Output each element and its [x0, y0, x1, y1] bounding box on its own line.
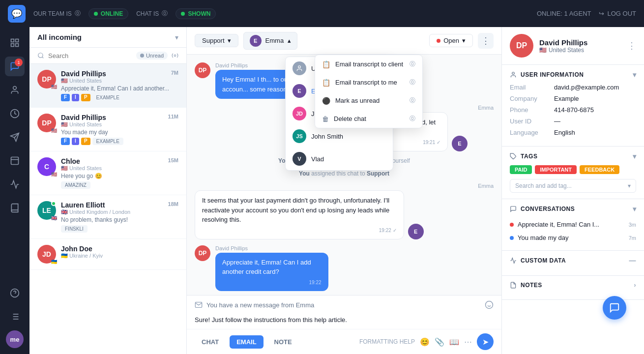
tag-f: F [61, 94, 70, 101]
nav-settings-icon[interactable] [5, 307, 25, 326]
conv-avatar: LE 🇬🇧 [37, 201, 56, 220]
status-selector[interactable]: Open ▾ [429, 34, 473, 47]
more-tools-button[interactable]: ⋯ [464, 337, 472, 347]
sidebar-nav: 1 me [0, 27, 29, 354]
emoji-toolbar-button[interactable]: 😊 [420, 337, 430, 347]
conv-avatar: JD🇺🇦 [37, 245, 56, 264]
tag-paid[interactable]: PAID [510, 165, 532, 174]
unread-filter[interactable]: Unread [136, 52, 168, 59]
rp-tags-section: TAGS ▾ PAID IMPORTANT FEEDBACK Search an… [502, 147, 644, 199]
rp-company-row: Company Example [510, 95, 636, 102]
nav-book-icon[interactable] [5, 198, 25, 218]
rp-notes-title[interactable]: NOTES › [510, 282, 636, 289]
ctx-help-icon: ⓪ [410, 78, 415, 87]
dept-selector[interactable]: Support ▾ [195, 34, 238, 47]
tags-icon [510, 153, 517, 160]
trash-icon: 🗑 [322, 115, 329, 123]
context-menu[interactable]: 📋 Email transcript to client ⓪ 📋 Email t… [315, 55, 423, 128]
formatting-help-button[interactable]: FORMATTING HELP [359, 338, 415, 345]
message-time: 19:22 [222, 279, 322, 286]
rp-conversations-section: CONVERSATIONS ▾ Appreciate it, Emma! Can… [502, 199, 644, 251]
ctx-mark-unread[interactable]: ⚫ Mark as unread ⓪ [315, 91, 422, 110]
ctx-email-transcript-client[interactable]: 📋 Email transcript to client ⓪ [315, 55, 422, 73]
send-button[interactable]: ➤ [477, 333, 494, 350]
agent-option-vlad[interactable]: V Vlad [286, 148, 393, 170]
filter-chevron-icon[interactable]: ▾ [175, 33, 178, 41]
note-tab-button[interactable]: NOTE [267, 335, 299, 349]
emoji-icon[interactable] [485, 300, 494, 309]
nav-help-icon[interactable] [5, 283, 25, 303]
search-input[interactable] [48, 52, 132, 59]
tag-search-chevron-icon: ▾ [628, 182, 631, 189]
email-icon: 📋 [322, 79, 330, 87]
message-input[interactable] [206, 301, 481, 309]
attachment-button[interactable]: 📎 [435, 337, 444, 347]
user-avatar-nav[interactable]: me [6, 330, 24, 348]
nav-chat-icon[interactable]: 1 [5, 57, 25, 76]
ctx-email-transcript-me[interactable]: 📋 Email transcript to me ⓪ [315, 73, 422, 91]
rp-user-name: David Phillips [539, 38, 587, 47]
tag-feedback[interactable]: FEEDBACK [580, 165, 619, 174]
logout-button[interactable]: ↪ LOG OUT [599, 10, 636, 17]
conv-item[interactable]: JD🇺🇦 John Doe 🇺🇦 Ukraine / Kyiv [29, 239, 186, 270]
agent-option-avatar: JD [293, 107, 306, 120]
ctx-help-icon: ⓪ [410, 96, 415, 105]
rp-conv-item[interactable]: Appreciate it, Emma! Can I... 3m [510, 218, 636, 231]
nav-clock-icon[interactable] [5, 104, 25, 123]
agent-avatar: E [250, 35, 262, 47]
nav-contacts-icon[interactable] [5, 80, 25, 100]
svg-line-19 [42, 57, 44, 59]
nav-window-icon[interactable] [5, 151, 25, 171]
app-logo[interactable]: 💬 [8, 5, 26, 23]
topbar: 💬 OUR TEAM IS ⓪ ONLINE CHAT IS ⓪ SHOWN O… [0, 0, 644, 27]
message-avatar: DP [195, 245, 210, 261]
conv-item[interactable]: LE 🇬🇧 Lauren Elliott 18M 🇬🇧 United Kingd… [29, 195, 186, 239]
message-sender: Emma [478, 183, 494, 189]
rp-tags-title[interactable]: TAGS ▾ [510, 152, 636, 160]
nav-home-icon[interactable] [5, 33, 25, 53]
email-icon [195, 301, 203, 309]
svg-point-25 [512, 72, 515, 75]
rp-custom-data-title[interactable]: CUSTOM DATA — [510, 257, 636, 265]
kb-button[interactable]: 📖 [449, 337, 459, 347]
filter-settings-icon[interactable] [172, 52, 178, 59]
tag-important[interactable]: IMPORTANT [535, 165, 577, 174]
tag-p: P [81, 94, 90, 101]
svg-point-21 [298, 66, 301, 68]
chat-input-body: Sure! Just follow the instructions from … [187, 314, 501, 329]
rp-tags-list: PAID IMPORTANT FEEDBACK [510, 165, 636, 174]
chat-tab-button[interactable]: CHAT [195, 335, 226, 349]
rp-user-info-title[interactable]: USER INFORMATION ▾ [510, 71, 636, 79]
conv-item[interactable]: DP🇺🇸 David Phillips 7M 🇺🇸 United States … [29, 64, 186, 108]
rp-userid-row: User ID — [510, 118, 636, 125]
rp-more-button[interactable]: ⋮ [627, 40, 636, 51]
rp-custom-data-section: CUSTOM DATA — [502, 251, 644, 276]
conv-avatar: DP🇺🇸 [37, 114, 56, 132]
team-online-pill[interactable]: ONLINE [88, 8, 128, 19]
chat-input-top [187, 295, 501, 314]
message-bubble: It seems that your last payment didn't g… [195, 190, 404, 239]
conv-item[interactable]: C🇺🇸 Chloe 15M 🇺🇸 United States Here you … [29, 151, 186, 195]
email-tab-button[interactable]: EMAIL [230, 335, 263, 349]
agent-option-avatar [293, 61, 306, 75]
float-chat-button[interactable] [603, 296, 626, 320]
chat-header: Support ▾ E Emma ▴ Open ▾ ⋮ [187, 27, 501, 55]
svg-point-4 [13, 87, 17, 90]
more-options-button[interactable]: ⋮ [478, 33, 494, 49]
agent-chevron-up-icon: ▴ [288, 37, 291, 44]
message-bubble: Appreciate it, Emma! Can I add another c… [215, 253, 328, 291]
agent-selector[interactable]: E Emma ▴ [243, 32, 298, 50]
chat-status-label: CHAT IS ⓪ [136, 9, 168, 18]
nav-analytics-icon[interactable] [5, 175, 25, 194]
rp-conversations-title[interactable]: CONVERSATIONS ▾ [510, 205, 636, 213]
rp-header: DP David Phillips 🇺🇸 United States ⋮ [502, 27, 644, 65]
rp-conv-item[interactable]: You made my day 7m [510, 231, 636, 244]
conv-item[interactable]: DP🇺🇸 David Phillips 11M 🇺🇸 United States… [29, 108, 186, 151]
tag-i: I [72, 94, 79, 101]
nav-send-icon[interactable] [5, 127, 25, 147]
ctx-delete-chat[interactable]: 🗑 Delete chat ⓪ [315, 110, 422, 128]
svg-rect-0 [11, 39, 14, 42]
svg-point-22 [486, 301, 493, 309]
tag-search[interactable]: Search and add tag... ▾ [510, 179, 636, 193]
chat-shown-pill[interactable]: SHOWN [176, 8, 216, 19]
